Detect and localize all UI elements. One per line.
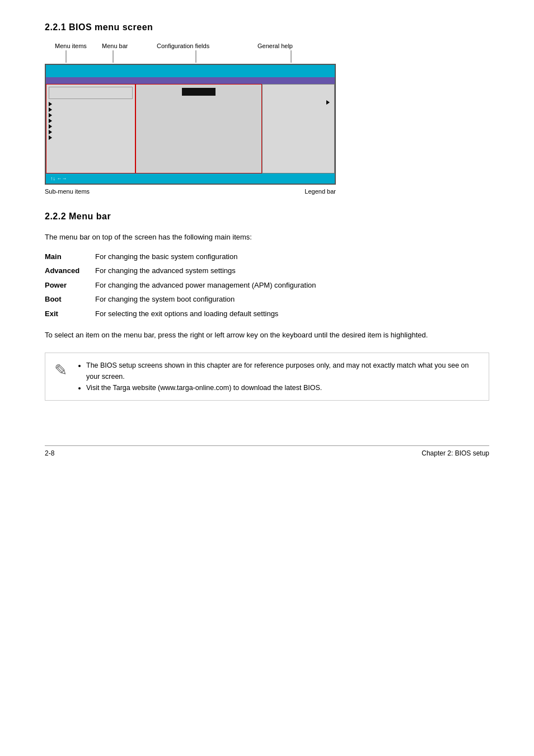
note-item-1: The BIOS setup screens shown in this cha… — [86, 360, 480, 382]
bios-menu-row-3 — [49, 112, 133, 118]
note-content: The BIOS setup screens shown in this cha… — [76, 360, 480, 393]
general-help-top-label: General help — [257, 43, 293, 49]
bios-menu-row-5 — [49, 124, 133, 129]
menu-item-boot-name: Boot — [45, 292, 95, 307]
note-icon: ✎ — [54, 361, 67, 379]
bios-screen-diagram: ↑↓ ←→ — [45, 64, 336, 185]
bios-main-area — [46, 84, 335, 173]
menu-item-exit: Exit For selecting the exit options and … — [45, 307, 489, 321]
triangle-icon-5 — [49, 124, 52, 129]
bios-menu-row-2 — [49, 107, 133, 112]
submenu-bottom-label: Sub-menu items — [45, 188, 90, 195]
help-triangle-icon — [326, 100, 330, 105]
bios-middle-panel — [135, 84, 262, 173]
bios-left-panel — [46, 84, 135, 173]
bios-menu-row-4 — [49, 118, 133, 124]
triangle-icon-3 — [49, 113, 52, 118]
pointer-lines — [45, 50, 336, 63]
bios-menu-row-7 — [49, 135, 133, 140]
menu-item-power: Power For changing the advanced power ma… — [45, 278, 489, 293]
section-221: 2.2.1 BIOS menu screen Menu items Menu b… — [45, 22, 489, 195]
menu-bar-intro: The menu bar on top of the screen has th… — [45, 232, 489, 243]
page-footer: 2-8 Chapter 2: BIOS setup — [45, 445, 489, 457]
bios-subbar — [46, 77, 335, 84]
triangle-icon-4 — [49, 119, 52, 123]
bios-config-header — [182, 88, 216, 96]
bios-menu-row-1 — [49, 101, 133, 107]
bios-menu-row-6 — [49, 129, 133, 135]
bios-help-inner — [265, 100, 332, 105]
bios-left-header — [49, 87, 133, 99]
select-description: To select an item on the menu bar, press… — [45, 330, 489, 341]
footer-page-num: 2-8 — [45, 449, 54, 457]
section-221-title: 2.2.1 BIOS menu screen — [45, 22, 489, 32]
section-222: 2.2.2 Menu bar The menu bar on top of th… — [45, 212, 489, 401]
menu-item-boot-desc: For changing the system boot configurati… — [95, 292, 489, 307]
menu-item-advanced-name: Advanced — [45, 264, 95, 278]
triangle-icon-7 — [49, 135, 52, 140]
triangle-icon-1 — [49, 102, 52, 106]
menu-item-power-name: Power — [45, 278, 95, 293]
menu-item-main-desc: For changing the basic system configurat… — [95, 250, 489, 264]
bios-bottombar: ↑↓ ←→ — [46, 173, 335, 184]
legend-bottom-label: Legend bar — [305, 188, 336, 195]
menu-item-boot: Boot For changing the system boot config… — [45, 292, 489, 307]
menu-item-power-desc: For changing the advanced power manageme… — [95, 278, 489, 293]
menu-item-main-name: Main — [45, 250, 95, 264]
note-item-2: Visit the Targa website (www.targa-onlin… — [86, 382, 480, 393]
bios-right-panel — [262, 84, 335, 173]
footer-chapter: Chapter 2: BIOS setup — [421, 449, 489, 457]
menu-items-top-label: Menu items — [55, 43, 87, 49]
menu-bar-top-label: Menu bar — [102, 43, 128, 49]
menu-item-advanced: Advanced For changing the advanced syste… — [45, 264, 489, 278]
menu-item-exit-name: Exit — [45, 307, 95, 321]
menu-item-advanced-desc: For changing the advanced system setting… — [95, 264, 489, 278]
menu-item-main: Main For changing the basic system confi… — [45, 250, 489, 264]
section-222-title: 2.2.2 Menu bar — [45, 212, 489, 222]
menu-items-table: Main For changing the basic system confi… — [45, 250, 489, 321]
menu-item-exit-desc: For selecting the exit options and loadi… — [95, 307, 489, 321]
bottom-bar-arrows: ↑↓ ←→ — [50, 176, 67, 181]
note-box: ✎ The BIOS setup screens shown in this c… — [45, 353, 489, 401]
diagram-bottom-labels: Sub-menu items Legend bar — [45, 188, 336, 195]
config-fields-top-label: Configuration fields — [157, 43, 209, 49]
bios-topbar — [46, 65, 335, 77]
triangle-icon-2 — [49, 107, 52, 112]
triangle-icon-6 — [49, 130, 52, 134]
